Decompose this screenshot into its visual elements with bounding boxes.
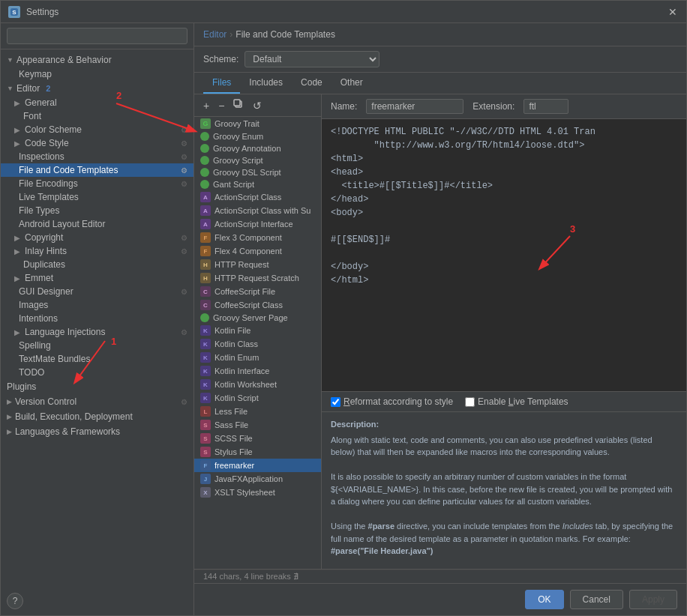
reformat-checkbox-row[interactable]: Reformat according to style (331, 396, 453, 407)
reformat-label: Reformat according to style (344, 396, 453, 407)
editor-badge: 2 (46, 84, 50, 93)
file-icon: S (200, 433, 211, 444)
sidebar-item-images[interactable]: Images (1, 298, 194, 312)
file-icon: A (200, 205, 211, 216)
file-icon: C (200, 300, 211, 310)
close-button[interactable]: ✕ (667, 6, 679, 18)
file-item-actionscript-class[interactable]: A ActionScript Class (194, 190, 321, 204)
sidebar-item-live-templates[interactable]: Live Templates (1, 190, 194, 204)
live-templates-checkbox-row[interactable]: Enable Live Templates (465, 396, 568, 407)
file-item-kotlin-worksheet[interactable]: K Kotlin Worksheet (194, 378, 321, 391)
sidebar-item-android-layout[interactable]: Android Layout Editor (1, 217, 194, 231)
sidebar-item-language-injections[interactable]: ▶ Language Injections ⚙ (1, 325, 194, 339)
file-item-sass[interactable]: S Sass File (194, 418, 321, 432)
name-input[interactable] (366, 99, 464, 114)
tab-code[interactable]: Code (292, 73, 332, 94)
sidebar-item-textmate[interactable]: TextMate Bundles (1, 352, 194, 366)
template-content: + − ↺ G Groovy Trait (194, 94, 686, 569)
file-item-groovy-enum[interactable]: Groovy Enum (194, 130, 321, 142)
help-button[interactable]: ? (7, 593, 23, 609)
expand-arrow: ▼ (7, 85, 14, 92)
reset-template-button[interactable]: ↺ (250, 98, 265, 113)
breadcrumb-current: File and Code Templates (236, 29, 335, 40)
file-item-kotlin-file[interactable]: K Kotlin File (194, 324, 321, 337)
sidebar-label: Keymap (19, 69, 52, 79)
file-icon: H (200, 259, 211, 270)
sidebar-item-plugins[interactable]: Plugins (1, 379, 194, 394)
sidebar-item-general[interactable]: ▶ General (1, 96, 194, 109)
sidebar-item-font[interactable]: Font (1, 109, 194, 123)
scheme-select[interactable]: Default (244, 51, 380, 67)
file-item-kotlin-class[interactable]: K Kotlin Class (194, 337, 321, 351)
copy-template-button[interactable] (230, 97, 247, 113)
sidebar-item-version-control[interactable]: ▶ Version Control ⚙ (1, 394, 194, 409)
sidebar-item-inlay-hints[interactable]: ▶ Inlay Hints ⚙ (1, 244, 194, 258)
sidebar-item-keymap[interactable]: Keymap (1, 67, 194, 81)
file-item-xslt[interactable]: X XSLT Stylesheet (194, 486, 321, 499)
code-editor[interactable]: <!DOCTYPE HTML PUBLIC "-//W3C//DTD HTML … (322, 119, 686, 391)
sidebar-label: Images (19, 300, 48, 310)
file-item-flex3[interactable]: F Flex 3 Component (194, 231, 321, 244)
reformat-checkbox[interactable] (331, 397, 340, 407)
file-item-javafx[interactable]: J JavaFXApplication (194, 472, 321, 486)
file-item-groovy-script[interactable]: Groovy Script (194, 154, 321, 166)
add-template-button[interactable]: + (200, 98, 212, 113)
sidebar-item-file-encodings[interactable]: File Encodings ⚙ (1, 177, 194, 190)
file-item-actionscript-class-su[interactable]: A ActionScript Class with Su (194, 204, 321, 217)
sidebar-item-appearance[interactable]: ▼ Appearance & Behavior (1, 52, 194, 67)
file-icon: K (200, 366, 211, 376)
tab-other[interactable]: Other (332, 73, 372, 94)
search-input[interactable] (7, 28, 188, 44)
sidebar-item-gui-designer[interactable]: GUI Designer ⚙ (1, 285, 194, 298)
sidebar-label: Font (23, 111, 41, 121)
file-item-stylus[interactable]: S Stylus File (194, 445, 321, 459)
sidebar-item-todo[interactable]: TODO (1, 366, 194, 379)
file-item-groovy-dsl[interactable]: Groovy DSL Script (194, 166, 321, 178)
cancel-button[interactable]: Cancel (570, 590, 623, 609)
sidebar-item-languages[interactable]: ▶ Languages & Frameworks (1, 424, 194, 439)
file-item-coffeescript-file[interactable]: C CoffeeScript File (194, 285, 321, 298)
remove-template-button[interactable]: − (215, 98, 227, 113)
file-list-toolbar: + − ↺ (194, 94, 321, 117)
sidebar-item-code-style[interactable]: ▶ Code Style ⚙ (1, 136, 194, 150)
sidebar-item-build[interactable]: ▶ Build, Execution, Deployment (1, 409, 194, 424)
file-item-actionscript-interface[interactable]: A ActionScript Interface (194, 217, 321, 231)
tab-includes[interactable]: Includes (240, 73, 292, 94)
live-templates-checkbox[interactable] (465, 397, 475, 407)
file-item-groovy-trait[interactable]: G Groovy Trait (194, 117, 321, 130)
breadcrumb-editor[interactable]: Editor (203, 29, 226, 40)
extension-input[interactable] (524, 99, 568, 114)
file-item-flex4[interactable]: F Flex 4 Component (194, 244, 321, 258)
sidebar-item-editor[interactable]: ▼ Editor 2 (1, 81, 194, 96)
file-item-http-scratch[interactable]: H HTTP Request Scratch (194, 271, 321, 285)
sidebar-item-spelling[interactable]: Spelling (1, 339, 194, 352)
file-item-groovy-annotation[interactable]: Groovy Annotation (194, 142, 321, 154)
ok-button[interactable]: OK (525, 590, 563, 609)
file-item-coffeescript-class[interactable]: C CoffeeScript Class (194, 298, 321, 312)
apply-button[interactable]: Apply (629, 590, 677, 609)
breadcrumb-separator: › (230, 29, 232, 40)
gear-icon: ⚙ (181, 139, 188, 148)
tab-files[interactable]: Files (203, 73, 240, 94)
file-item-scss[interactable]: S SCSS File (194, 432, 321, 445)
sidebar-item-intentions[interactable]: Intentions (1, 312, 194, 325)
file-item-freemarker[interactable]: F freemarker (194, 459, 321, 472)
sidebar-item-duplicates[interactable]: Duplicates (1, 258, 194, 271)
file-item-groovy-server[interactable]: Groovy Server Page (194, 312, 321, 324)
file-list-items: G Groovy Trait Groovy Enum Groovy Annota… (194, 117, 321, 569)
sidebar-item-copyright[interactable]: ▶ Copyright ⚙ (1, 231, 194, 244)
file-item-gant[interactable]: Gant Script (194, 178, 321, 190)
expand-arrow: ▶ (7, 398, 12, 405)
sidebar-item-color-scheme[interactable]: ▶ Color Scheme ⚙ (1, 123, 194, 136)
app-icon: S (8, 6, 20, 18)
file-item-http-request[interactable]: H HTTP Request (194, 258, 321, 271)
gear-icon: ⚙ (181, 234, 188, 242)
file-item-kotlin-script[interactable]: K Kotlin Script (194, 391, 321, 405)
sidebar-item-emmet[interactable]: ▶ Emmet (1, 271, 194, 285)
sidebar-item-file-templates[interactable]: File and Code Templates ⚙ (1, 163, 194, 177)
file-item-kotlin-interface[interactable]: K Kotlin Interface (194, 364, 321, 378)
file-item-kotlin-enum[interactable]: K Kotlin Enum (194, 351, 321, 364)
file-item-less[interactable]: L Less File (194, 405, 321, 418)
sidebar-item-file-types[interactable]: File Types (1, 204, 194, 217)
sidebar-item-inspections[interactable]: Inspections ⚙ (1, 150, 194, 163)
